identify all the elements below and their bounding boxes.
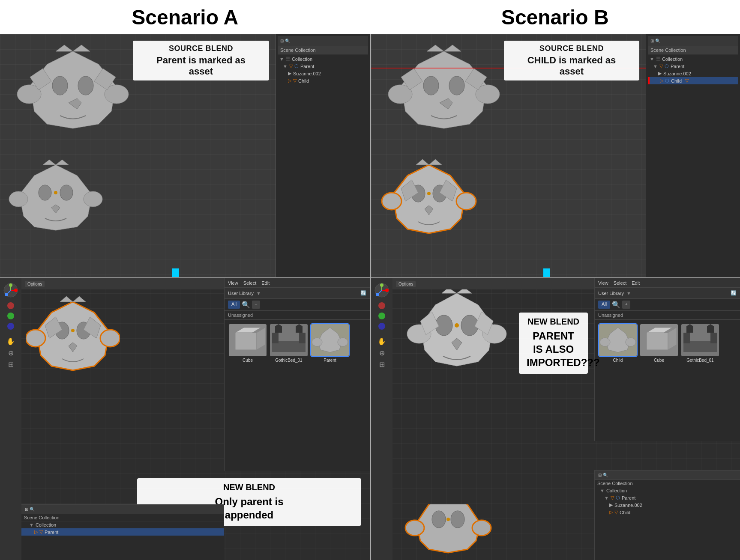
svg-point-65 <box>427 192 431 195</box>
refresh-icon[interactable]: 🔄 <box>360 290 366 296</box>
viewport-toolbar-b-new: Options <box>392 278 594 289</box>
svg-marker-57 <box>444 45 461 51</box>
svg-rect-71 <box>543 268 550 278</box>
tool-icon-3-b[interactable]: ⊞ <box>379 360 385 369</box>
outliner-item-suzanne-a[interactable]: ▶ Suzanne.002 <box>278 70 368 77</box>
svg-point-3 <box>52 76 68 95</box>
svg-point-27 <box>5 293 8 296</box>
refresh-icon-b[interactable]: 🔄 <box>731 290 737 296</box>
library-label-a[interactable]: User Library <box>228 291 254 296</box>
unassigned-label-a: Unassigned <box>228 313 253 318</box>
outliner-new-a: ⊞ 🔍 Scene Collection ▼ Collection ▷ ▽ Pa… <box>21 504 224 560</box>
collection-label-a: Collection <box>292 57 312 62</box>
search-icon-a[interactable]: 🔍 <box>242 301 250 309</box>
unassigned-item-b[interactable]: Unassigned <box>595 311 740 320</box>
asset-cube-a[interactable]: Cube <box>229 324 267 363</box>
asset-parent-a[interactable]: Parent <box>311 324 349 363</box>
edit-menu-a[interactable]: Edit <box>261 280 270 286</box>
new-parent-b[interactable]: ▼ ▽ ⬡ Parent <box>595 494 740 501</box>
new-collection-b[interactable]: ▼ Collection <box>595 487 740 494</box>
svg-point-13 <box>39 185 51 200</box>
outliner-header-a: Scene Collection <box>278 46 368 54</box>
new-suzanne-b[interactable]: ▶ Suzanne.002 <box>595 501 740 509</box>
options-btn[interactable]: Options <box>25 281 45 287</box>
cyan-arrow-a <box>163 268 189 278</box>
red-axis-line-a <box>0 150 267 150</box>
library-label-b[interactable]: User Library <box>598 291 624 296</box>
tool-icon-3[interactable]: ⊞ <box>8 360 14 369</box>
asset-grid-a: Cube <box>225 320 370 367</box>
search-icon-b[interactable]: 🔍 <box>612 301 620 309</box>
select-menu-b[interactable]: Select <box>614 280 627 286</box>
library-dropdown-icon: ▼ <box>256 291 261 296</box>
expand-icon-a: ▼ <box>283 64 288 69</box>
new-desc-line1-a: Only parent is <box>215 496 283 507</box>
source-label-box-a: SOURCE BLEND Parent is marked as asset <box>133 41 269 80</box>
new-blend-title-a: NEW BLEND <box>145 483 354 492</box>
svg-point-99 <box>626 338 636 346</box>
outliner-item-suzanne-b[interactable]: ▶ Suzanne.002 <box>648 70 738 77</box>
view-menu-a[interactable]: View <box>228 280 238 286</box>
outliner-item-parent-a[interactable]: ▼ ▽ ⬡ Parent <box>278 63 368 70</box>
gizmo-a <box>2 282 19 299</box>
svg-point-30 <box>100 330 120 347</box>
filter-icon-a[interactable]: + <box>252 301 260 309</box>
library-selector-b: User Library ▼ 🔄 <box>595 288 740 299</box>
svg-rect-19 <box>172 268 179 278</box>
asset-cube-b[interactable]: Cube <box>640 324 678 363</box>
armature-icon-b: ▽ <box>659 63 663 69</box>
new-desc-line2-a: appended <box>225 509 273 521</box>
view-menu-b[interactable]: View <box>598 280 608 286</box>
new-scene-header-a: Scene Collection <box>21 514 224 521</box>
outliner-item-collection-a[interactable]: ▼ ☰ Collection <box>278 55 368 63</box>
left-toolbar-b: ✋ ⊕ ⊞ <box>371 278 392 560</box>
outliner-new-b: ⊞ 🔍 Scene Collection ▼ Collection ▼ ▽ ⬡ … <box>594 470 740 560</box>
new-child-b[interactable]: ▷ ▽ Child <box>595 509 740 516</box>
asset-child-b[interactable]: Child <box>599 324 637 363</box>
cube-label-b: Cube <box>654 358 664 363</box>
library-all-b[interactable]: All <box>598 301 610 309</box>
dot-blue-b <box>378 323 385 330</box>
new-folder-icon-a: ▼ <box>29 522 34 527</box>
tool-icon-1[interactable]: ✋ <box>6 337 15 346</box>
svg-point-77 <box>385 289 389 292</box>
child-triangle-icon-b: ⬡ <box>665 78 669 83</box>
new-parent-label-b: Parent <box>622 495 635 500</box>
edit-menu-b[interactable]: Edit <box>632 280 640 286</box>
new-blend-desc-b: PARENT IS ALSO IMPORTED??? <box>527 329 580 369</box>
new-child-icon-b: ▷ <box>609 509 613 515</box>
parent-label-b: Parent <box>671 64 684 69</box>
tool-icon-2-b[interactable]: ⊕ <box>379 349 385 357</box>
library-all-a[interactable]: All <box>228 301 240 309</box>
filter-icon-b[interactable]: + <box>622 301 630 309</box>
select-menu-a[interactable]: Select <box>243 280 257 286</box>
unassigned-item-a[interactable]: Unassigned <box>225 311 370 320</box>
expand-icon-b: ▼ <box>653 64 658 69</box>
outliner-item-child-b[interactable]: ▷ ⬡ Child ▽ <box>648 77 738 84</box>
library-items-b: All 🔍 + <box>595 299 740 311</box>
asset-gothicbed-a[interactable]: GothicBed_01 <box>270 324 308 363</box>
svg-point-14 <box>60 185 73 200</box>
main-container: Scenario A Scenario B <box>0 0 740 560</box>
monkey-top-large-a <box>13 43 133 141</box>
armature-icon-a: ▽ <box>289 63 293 69</box>
svg-point-85 <box>455 323 459 328</box>
outliner-item-child-a[interactable]: ▷ ▽ Child <box>278 77 368 84</box>
tool-icon-1-b[interactable]: ✋ <box>377 337 386 346</box>
svg-point-25 <box>14 289 18 292</box>
new-parent-a[interactable]: ▷ ▽ Parent <box>21 528 224 536</box>
svg-point-15 <box>54 191 57 194</box>
outliner-item-parent-b[interactable]: ▼ ▽ ⬡ Parent <box>648 63 738 70</box>
child-label-a: Child <box>298 78 309 83</box>
outliner-item-collection-b[interactable]: ▼ ☰ Collection <box>648 55 738 63</box>
suzanne-icon: ▶ <box>288 71 291 76</box>
scenario-a-column: ⊞ 🔍 Scene Collection ▼ ☰ Collection ▼ ▽ <box>0 34 370 560</box>
svg-point-53 <box>423 76 439 95</box>
suzanne-label-a: Suzanne.002 <box>293 71 321 76</box>
new-scene-label-b: Scene Collection <box>597 481 633 486</box>
options-btn-b[interactable]: Options <box>396 281 416 287</box>
new-collection-a[interactable]: ▼ Collection <box>21 521 224 528</box>
monkey-partial-b <box>401 504 495 560</box>
tool-icon-2[interactable]: ⊕ <box>8 349 14 357</box>
asset-gothicbed-b[interactable]: GothicBed_01 <box>681 324 719 363</box>
